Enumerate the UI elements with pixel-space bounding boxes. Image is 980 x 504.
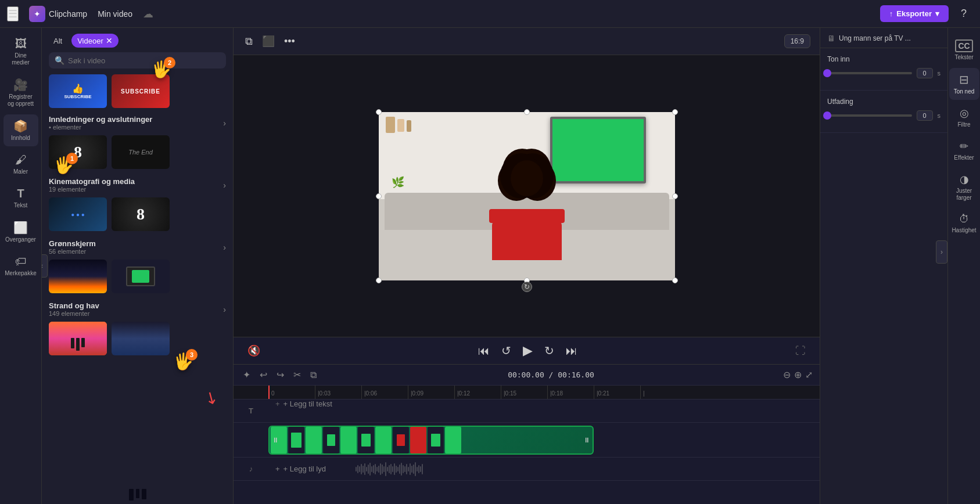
crop-button[interactable]: ⧉ <box>243 33 255 50</box>
project-title[interactable]: Min video <box>98 9 132 19</box>
intro-thumb-2[interactable]: The End <box>112 135 170 169</box>
sidebar-item-brandkit[interactable]: 🏷 Merkepakke <box>3 250 38 282</box>
filter-all-button[interactable]: Alt <box>49 34 67 48</box>
utfading-slider-thumb[interactable] <box>823 111 831 120</box>
redo-button[interactable]: ↪ <box>274 368 286 381</box>
stock-thumb-1[interactable]: 👍 SUBSCRIBE <box>49 74 107 108</box>
handle-bottom-left[interactable] <box>376 278 382 283</box>
layout-button[interactable]: ⬛ <box>260 33 277 50</box>
clip-pause-right-icon: ⏸ <box>583 436 590 444</box>
copy-button[interactable]: ⧉ <box>308 369 319 381</box>
save-status-icon: ☁ <box>143 8 153 20</box>
cinematic-thumb-2[interactable]: 8 <box>112 197 170 231</box>
video-clip[interactable]: ⏸ <box>268 426 594 455</box>
export-button[interactable]: ↑ Eksporter ▾ <box>880 5 949 22</box>
wave-bar <box>413 465 414 474</box>
collapse-left-panel-button[interactable]: ‹ <box>42 254 48 278</box>
cc-icon: CC <box>955 39 972 52</box>
beach-thumb-2[interactable] <box>112 322 170 355</box>
ri-colors-label: Juster farger <box>952 188 977 201</box>
handle-left-mid[interactable] <box>376 193 382 199</box>
sidebar-item-templates[interactable]: 🖌 Maler <box>3 149 38 180</box>
sidebar-item-record[interactable]: 🎥 Registrer og opprett <box>3 73 38 112</box>
more-button[interactable]: ••• <box>282 33 297 50</box>
ruler-tick-6: |0:06 <box>361 386 408 399</box>
category-cinematic-header[interactable]: Kinematografi og media 19 elementer › <box>49 177 226 193</box>
handle-top-right[interactable] <box>672 109 678 115</box>
greenscreen-thumb-1[interactable] <box>49 260 107 293</box>
clip-frame-10 <box>428 427 444 453</box>
ri-cc-button[interactable]: CC Tekster <box>949 35 979 66</box>
cinematic-thumb-1[interactable]: ● ● ● <box>49 197 107 231</box>
undo-button[interactable]: ↩ <box>257 368 270 381</box>
audio-waveform <box>356 460 820 478</box>
utfading-row: 0 s <box>827 110 940 121</box>
fit-timeline-button[interactable]: ⤢ <box>805 369 813 380</box>
plant-icon: 🌿 <box>392 176 404 189</box>
video-canvas: 🌿 <box>234 55 820 337</box>
handle-top-left[interactable] <box>376 109 382 115</box>
handle-bottom-right[interactable] <box>672 278 678 283</box>
add-clip-button[interactable]: ✦ <box>240 368 253 381</box>
app-name: Clipchamp <box>49 9 87 19</box>
forward-button[interactable]: ↻ <box>542 341 557 360</box>
filter-remove-icon[interactable]: ✕ <box>106 36 113 45</box>
wave-bar <box>415 462 416 476</box>
ri-tonned-button[interactable]: ⊟ Ton ned <box>949 68 979 100</box>
search-input[interactable] <box>68 56 220 65</box>
add-audio-button[interactable]: + + Legg til lyd <box>268 465 333 473</box>
ton-inn-section: Ton inn 0 s <box>820 48 947 91</box>
wave-bar <box>406 464 407 474</box>
wave-bar <box>359 466 360 472</box>
handle-right-mid[interactable] <box>672 193 678 199</box>
ruler-tick-18: |0:18 <box>547 386 594 399</box>
utfading-value[interactable]: 0 <box>917 110 933 121</box>
zoom-out-button[interactable]: ⊖ <box>783 369 791 380</box>
sidebar-item-transitions[interactable]: ⬜ Overganger <box>3 216 38 248</box>
rewind-button[interactable]: ↺ <box>499 341 514 360</box>
collapse-right-panel-button[interactable]: › <box>936 240 947 264</box>
help-button[interactable]: ? <box>954 5 973 23</box>
ton-inn-slider-thumb[interactable] <box>823 69 831 77</box>
add-text-button[interactable]: + + Legg til tekst <box>268 399 339 408</box>
ri-colors-button[interactable]: ◑ Juster farger <box>949 168 979 206</box>
category-greenscreen-header[interactable]: Grønnskjerm 56 elementer › <box>49 239 226 255</box>
disable-audio-button[interactable]: 🔇 <box>247 344 260 357</box>
utfading-slider[interactable] <box>827 114 912 117</box>
rotate-handle[interactable]: ↻ <box>522 282 532 292</box>
greenscreen-thumb-2[interactable] <box>112 260 170 293</box>
sidebar-item-content[interactable]: 📦 Innhold <box>3 114 38 146</box>
tonned-icon: ⊟ <box>959 73 969 87</box>
skip-end-button[interactable]: ⏭ <box>563 342 580 360</box>
playhead[interactable] <box>268 386 270 399</box>
sidebar-item-media[interactable]: 🖼 Dine medier <box>3 33 38 71</box>
play-pause-button[interactable]: ▶ <box>520 341 535 361</box>
zoom-in-button[interactable]: ⊕ <box>794 369 802 380</box>
filter-videos-button[interactable]: Videoer ✕ <box>71 34 119 48</box>
ri-filter-button[interactable]: ◎ Filtre <box>949 102 979 133</box>
handle-top-mid[interactable] <box>524 109 530 115</box>
audio-track-content: + + Legg til lyd <box>268 458 820 480</box>
menu-button[interactable]: ☰ <box>7 6 19 21</box>
ri-filter-label: Filtre <box>957 121 970 128</box>
add-audio-plus-icon: + <box>275 465 280 473</box>
category-beach-header[interactable]: Strand og hav 149 elementer › <box>49 301 226 317</box>
audio-track-icon: ♪ <box>249 465 253 473</box>
rewind-start-button[interactable]: ⏮ <box>476 342 492 360</box>
playback-bar: 🔇 ⏮ ↺ ▶ ↻ ⏭ ⛶ <box>234 337 820 364</box>
cut-button[interactable]: ✂ <box>291 368 303 381</box>
video-frame-wrapper[interactable]: 🌿 <box>379 112 675 280</box>
beach-thumb-1[interactable] <box>49 322 107 355</box>
intro-thumb-1[interactable]: 8 <box>49 135 107 169</box>
ton-inn-value[interactable]: 0 <box>917 68 933 78</box>
ri-speed-button[interactable]: ⏱ Hastighet <box>949 208 979 239</box>
stock-thumb-2[interactable]: SUBSCRIBE <box>112 74 170 108</box>
category-intro-outro-header[interactable]: Innledninger og avslutninger • elementer… <box>49 115 226 131</box>
sidebar-item-text[interactable]: T Tekst <box>3 182 38 214</box>
fullscreen-button[interactable]: ⛶ <box>795 345 806 357</box>
ton-inn-slider[interactable] <box>827 72 912 74</box>
ruler-tick-3: |0:03 <box>315 386 361 399</box>
ton-inn-unit: s <box>938 70 941 77</box>
clip-frame-5 <box>340 427 357 453</box>
ri-effects-button[interactable]: ✏ Effekter <box>949 135 979 166</box>
